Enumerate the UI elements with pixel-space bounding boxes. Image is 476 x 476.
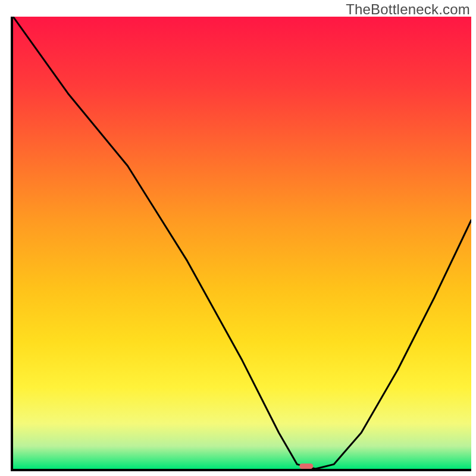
chart-svg	[13, 17, 471, 469]
svg-rect-0	[299, 464, 313, 469]
optimal-marker	[299, 464, 313, 469]
watermark-text: TheBottleneck.com	[346, 1, 470, 18]
chart-container: TheBottleneck.com	[0, 0, 476, 476]
plot-area	[11, 17, 471, 471]
gradient-background	[13, 17, 471, 469]
